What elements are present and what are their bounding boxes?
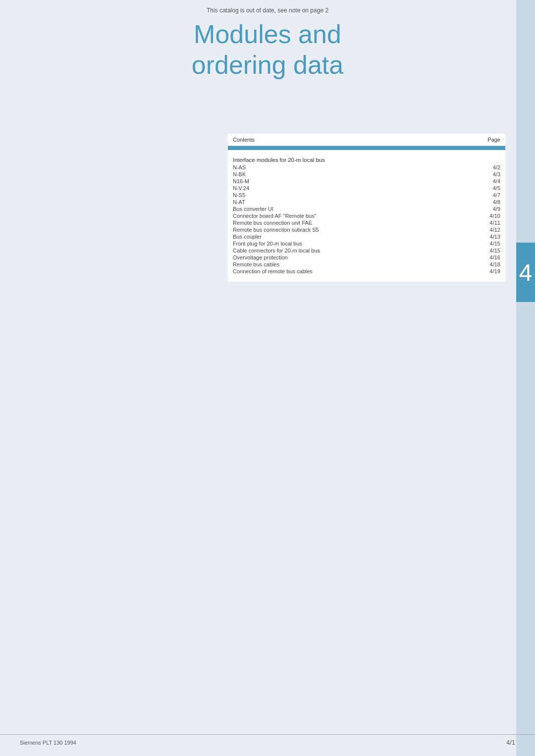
toc-label-10: Bus coupler	[233, 234, 262, 240]
title-heading: Modules and ordering data	[0, 19, 535, 81]
title-line1: Modules and	[194, 20, 341, 49]
toc-row-4: N-S5 4/7	[233, 192, 500, 199]
toc-row-3: N-V.24 4/5	[233, 185, 500, 192]
top-notice-text: This catalog is out of date, see note on…	[207, 7, 328, 14]
toc-row-8: Remote bus connection unit FAE 4/11	[233, 219, 500, 226]
side-tab: 4	[516, 243, 535, 302]
toc-label-6: Bus converter UI	[233, 206, 273, 212]
toc-row-9: Remote bus connection subrack S5 4/12	[233, 226, 500, 233]
toc-page-12: 4/15	[483, 248, 500, 253]
toc-page-5: 4/8	[483, 199, 500, 205]
toc-page-6: 4/9	[483, 206, 500, 212]
right-margin	[516, 0, 535, 756]
toc-row-11: Front plug for 20-m local bus 4/15	[233, 240, 500, 247]
toc-label-9: Remote bus connection subrack S5	[233, 227, 319, 233]
footer-page-number: 4/1	[506, 739, 515, 746]
toc-row-0: N-AS 4/2	[233, 164, 500, 171]
toc-row-14: Remote bus cables 4/18	[233, 261, 500, 268]
side-tab-number: 4	[519, 259, 533, 286]
toc-body: Interface modules for 20-m local bus N-A…	[228, 150, 505, 282]
toc-label-11: Front plug for 20-m local bus	[233, 241, 302, 247]
toc-row-1: N-BK 4/3	[233, 171, 500, 178]
toc-page-7: 4/10	[483, 213, 500, 219]
toc-page-13: 4/16	[483, 254, 500, 260]
toc-page-10: 4/13	[483, 234, 500, 240]
page-background	[0, 0, 516, 756]
page-footer: Siemens PLT 130 1994 4/1	[0, 734, 535, 746]
toc-label-3: N-V.24	[233, 185, 249, 191]
toc-row-7: Connector board AF "Remote bus" 4/10	[233, 212, 500, 219]
toc-label-0: N-AS	[233, 164, 246, 170]
toc-section-header: Interface modules for 20-m local bus	[233, 157, 500, 163]
toc-page-15: 4/19	[483, 268, 500, 274]
toc-label-12: Cable connectors for 20-m local bus	[233, 248, 320, 253]
toc-row-2: N16-M 4/4	[233, 178, 500, 185]
toc-label-8: Remote bus connection unit FAE	[233, 220, 312, 226]
toc-row-15: Connection of remote bus cables 4/19	[233, 268, 500, 275]
toc-label-7: Connector board AF "Remote bus"	[233, 213, 317, 219]
toc-page-8: 4/11	[483, 220, 500, 226]
toc-label-4: N-S5	[233, 192, 245, 198]
toc-label-5: N-AT	[233, 199, 245, 205]
toc-row-6: Bus converter UI 4/9	[233, 205, 500, 212]
toc-contents-label: Contents	[233, 137, 255, 143]
toc-label-15: Connection of remote bus cables	[233, 268, 313, 274]
main-title: Modules and ordering data	[0, 19, 535, 81]
toc-row-13: Overvoltage protection 4/16	[233, 254, 500, 261]
toc-header-row: Contents Page	[228, 134, 505, 146]
title-line2: ordering data	[192, 50, 343, 79]
toc-page-1: 4/3	[483, 171, 500, 177]
toc-page-9: 4/12	[483, 227, 500, 233]
toc-row-10: Bus coupler 4/13	[233, 233, 500, 240]
toc-label-13: Overvoltage protection	[233, 254, 288, 260]
toc-page-4: 4/7	[483, 192, 500, 198]
toc-label-1: N-BK	[233, 171, 246, 177]
toc-page-14: 4/18	[483, 261, 500, 267]
toc-page-label: Page	[487, 137, 500, 143]
toc-page-3: 4/5	[483, 185, 500, 191]
toc-label-2: N16-M	[233, 178, 249, 184]
toc-row-12: Cable connectors for 20-m local bus 4/15	[233, 247, 500, 254]
toc-row-5: N-AT 4/8	[233, 199, 500, 205]
toc-panel: Contents Page Interface modules for 20-m…	[228, 134, 505, 282]
top-notice: This catalog is out of date, see note on…	[0, 7, 535, 14]
toc-page-0: 4/2	[483, 164, 500, 170]
footer-left-text: Siemens PLT 130 1994	[20, 740, 76, 746]
toc-blue-bar	[228, 146, 505, 150]
page-container: This catalog is out of date, see note on…	[0, 0, 535, 756]
toc-page-2: 4/4	[483, 178, 500, 184]
toc-label-14: Remote bus cables	[233, 261, 279, 267]
toc-page-11: 4/15	[483, 241, 500, 247]
